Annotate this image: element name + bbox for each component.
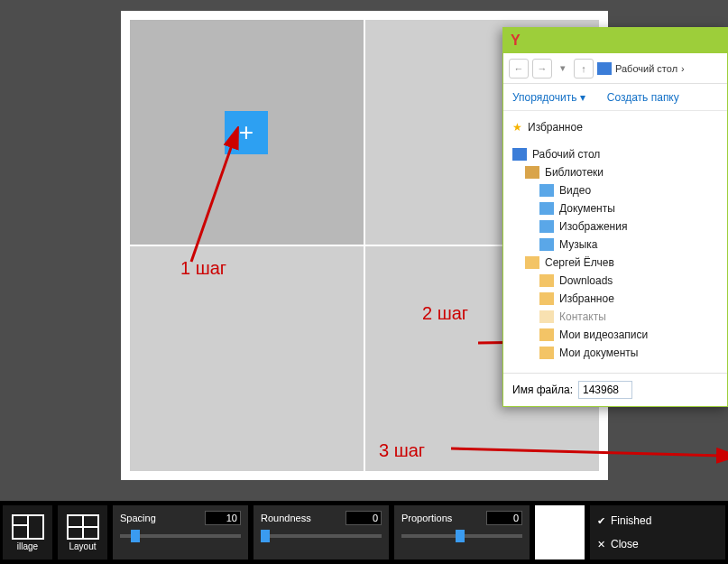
annotation-step-1: 1 шаг bbox=[180, 258, 226, 279]
folder-icon bbox=[539, 310, 554, 323]
tree-downloads[interactable]: Downloads bbox=[512, 272, 718, 290]
folder-icon bbox=[539, 347, 554, 359]
tree-contacts[interactable]: Контакты bbox=[512, 308, 718, 326]
address-bar[interactable]: Рабочий стол › bbox=[597, 62, 685, 75]
folder-icon bbox=[539, 292, 554, 305]
desktop-icon bbox=[512, 148, 527, 161]
action-buttons: Finished Close bbox=[590, 505, 725, 559]
chevron-right-icon: › bbox=[681, 63, 685, 74]
roundness-label: Roundness bbox=[261, 513, 311, 523]
tree-user[interactable]: Сергей Ёлчев bbox=[512, 254, 718, 272]
spacing-value[interactable] bbox=[205, 511, 241, 525]
plus-icon: + bbox=[239, 118, 253, 147]
layout-label: Layout bbox=[69, 541, 96, 551]
tree-my-video[interactable]: Мои видеозаписи bbox=[512, 326, 718, 344]
folder-icon bbox=[539, 274, 554, 287]
dialog-command-bar: Упорядочить ▾ Создать папку bbox=[503, 84, 727, 111]
filename-input[interactable] bbox=[578, 381, 632, 399]
filename-label: Имя файла: bbox=[512, 384, 573, 396]
bottom-toolbar: illage Layout Spacing Roundness Proporti… bbox=[0, 501, 728, 564]
libraries-icon bbox=[525, 166, 539, 179]
tree-images[interactable]: Изображения bbox=[512, 217, 718, 236]
dialog-titlebar[interactable]: Y bbox=[503, 28, 727, 53]
new-folder-button[interactable]: Создать папку bbox=[607, 91, 679, 104]
spacing-control: Spacing bbox=[113, 505, 248, 559]
collage-mode-label: illage bbox=[17, 541, 38, 551]
add-image-button[interactable]: + bbox=[225, 111, 268, 154]
file-dialog: Y ← → ▾ ↑ Рабочий стол › Упорядочить ▾ С… bbox=[502, 27, 728, 407]
nav-forward-button[interactable]: → bbox=[532, 59, 552, 79]
filename-bar: Имя файла: bbox=[503, 373, 727, 406]
roundness-value[interactable] bbox=[346, 511, 382, 525]
annotation-step-2: 2 шаг bbox=[422, 303, 468, 324]
images-icon bbox=[539, 220, 554, 233]
tree-favorites[interactable]: ★Избранное bbox=[512, 118, 718, 136]
proportions-value[interactable] bbox=[486, 511, 522, 525]
color-swatch[interactable] bbox=[535, 505, 585, 559]
desktop-icon bbox=[597, 62, 612, 75]
spacing-label: Spacing bbox=[120, 513, 156, 523]
proportions-control: Proportions bbox=[394, 505, 530, 559]
close-button[interactable]: Close bbox=[597, 538, 718, 550]
tree-music[interactable]: Музыка bbox=[512, 236, 718, 254]
user-icon bbox=[525, 256, 539, 269]
folder-icon bbox=[539, 328, 554, 341]
app-icon: Y bbox=[511, 32, 521, 49]
layout-button[interactable]: Layout bbox=[58, 505, 107, 559]
nav-dropdown[interactable]: ▾ bbox=[556, 59, 570, 79]
star-icon: ★ bbox=[512, 121, 522, 134]
organize-menu[interactable]: Упорядочить ▾ bbox=[512, 91, 585, 104]
tree-video[interactable]: Видео bbox=[512, 181, 718, 199]
proportions-slider[interactable] bbox=[401, 534, 522, 538]
tree-my-docs[interactable]: Мои документы bbox=[512, 344, 718, 362]
documents-icon bbox=[539, 202, 554, 215]
roundness-slider[interactable] bbox=[261, 534, 382, 538]
tree-desktop[interactable]: Рабочий стол bbox=[512, 145, 718, 163]
video-icon bbox=[539, 184, 554, 197]
roundness-control: Roundness bbox=[253, 505, 389, 559]
collage-cell-1[interactable]: + bbox=[130, 20, 364, 245]
tree-favorites-folder[interactable]: Избранное bbox=[512, 290, 718, 308]
music-icon bbox=[539, 238, 554, 251]
folder-tree: ★Избранное Рабочий стол Библиотеки Видео… bbox=[503, 111, 727, 373]
tree-libraries[interactable]: Библиотеки bbox=[512, 163, 718, 181]
collage-mode-button[interactable]: illage bbox=[3, 505, 52, 559]
spacing-slider[interactable] bbox=[120, 534, 241, 538]
dialog-navbar: ← → ▾ ↑ Рабочий стол › bbox=[503, 53, 727, 84]
finished-button[interactable]: Finished bbox=[597, 514, 718, 527]
nav-up-button[interactable]: ↑ bbox=[574, 59, 594, 79]
proportions-label: Proportions bbox=[401, 513, 452, 523]
path-text: Рабочий стол bbox=[615, 63, 677, 74]
tree-documents[interactable]: Документы bbox=[512, 199, 718, 217]
annotation-step-3: 3 шаг bbox=[379, 440, 425, 461]
collage-cell-3[interactable] bbox=[130, 246, 364, 471]
nav-back-button[interactable]: ← bbox=[509, 59, 529, 79]
